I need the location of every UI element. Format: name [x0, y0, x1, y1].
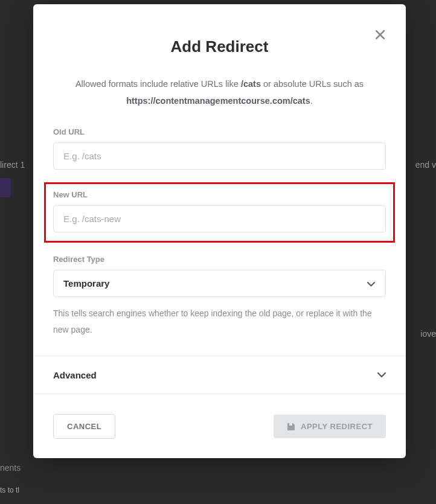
- redirect-type-field-group: Redirect Type Temporary This tells searc…: [53, 255, 386, 337]
- redirect-type-help: This tells search engines whether to kee…: [53, 305, 386, 337]
- modal-footer: CANCEL APPLY REDIRECT: [33, 394, 406, 458]
- redirect-type-label: Redirect Type: [53, 255, 386, 264]
- apply-redirect-label: APPLY REDIRECT: [301, 422, 373, 431]
- bg-fragment: iove: [420, 329, 436, 339]
- save-icon: [287, 423, 295, 431]
- apply-redirect-button[interactable]: APPLY REDIRECT: [274, 415, 386, 438]
- close-button[interactable]: [373, 27, 388, 42]
- new-url-label: New URL: [53, 190, 386, 199]
- help-text: Allowed formats include relative URLs li…: [33, 65, 406, 127]
- bg-fragment: [0, 178, 11, 197]
- modal-header: Add Redirect: [33, 4, 406, 65]
- help-text-bold: https://contentmanagementcourse.com/cats: [126, 96, 310, 106]
- close-icon: [376, 30, 385, 39]
- redirect-type-select-wrap: Temporary: [53, 270, 386, 297]
- bg-fragment: nents: [0, 463, 21, 473]
- help-text-segment: Allowed formats include relative URLs li…: [75, 79, 241, 89]
- new-url-field-group: New URL: [44, 182, 395, 243]
- old-url-label: Old URL: [53, 127, 386, 136]
- form-body: Old URL New URL Redirect Type Temporary …: [33, 127, 406, 352]
- bg-fragment: ts to tl: [0, 486, 19, 494]
- bg-fragment: end v: [415, 160, 436, 170]
- old-url-field-group: Old URL: [53, 127, 386, 170]
- new-url-input[interactable]: [53, 205, 386, 232]
- add-redirect-modal: Add Redirect Allowed formats include rel…: [33, 4, 406, 458]
- help-text-segment: or absolute URLs such as: [261, 79, 364, 89]
- help-text-bold: /cats: [241, 79, 261, 89]
- redirect-type-select[interactable]: Temporary: [53, 270, 386, 297]
- advanced-toggle[interactable]: Advanced: [33, 356, 406, 394]
- modal-title: Add Redirect: [53, 37, 386, 56]
- help-text-segment: .: [310, 96, 313, 106]
- cancel-button[interactable]: CANCEL: [53, 414, 115, 439]
- bg-fragment: lirect 1: [0, 160, 25, 170]
- old-url-input[interactable]: [53, 142, 386, 170]
- advanced-label: Advanced: [53, 370, 97, 380]
- chevron-down-icon: [377, 369, 386, 380]
